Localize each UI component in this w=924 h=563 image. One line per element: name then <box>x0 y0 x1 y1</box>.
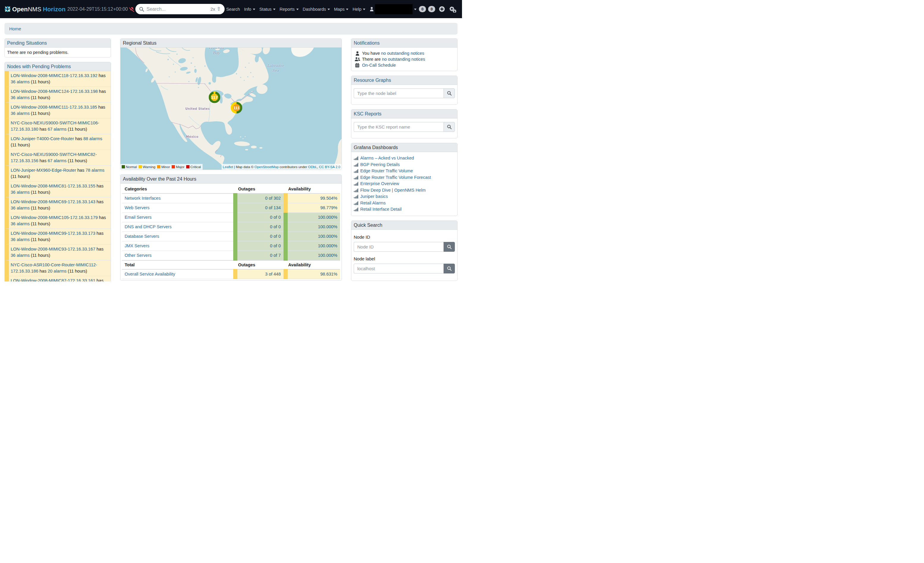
category-link[interactable]: Other Servers <box>124 253 152 258</box>
notifications-muted-bell-icon[interactable] <box>129 6 135 12</box>
resource-graphs-title[interactable]: Resource Graphs <box>354 78 391 83</box>
alarms-link[interactable]: 36 alarms <box>11 80 30 84</box>
node-link[interactable]: LON-Window-2008-MIMIC87-172.16.33.161 <box>11 278 96 281</box>
node-link[interactable]: LON-Juniper-T4000-Core-Router <box>11 136 74 141</box>
chevron-down-icon <box>253 9 255 10</box>
node-link[interactable]: LON-Window-2008-MIMIC99-172.16.33.173 <box>11 231 96 236</box>
grafana-dashboard-link[interactable]: Retail Interface Detail <box>360 206 402 213</box>
nav-item-status[interactable]: Status <box>257 7 278 12</box>
regional-status-map[interactable]: HudsonBay LabradorSea United States Méxi… <box>120 48 342 170</box>
node-link[interactable]: LON-Window-2008-MIMIC93-172.16.33.167 <box>11 247 96 251</box>
bar-chart-icon <box>354 195 359 198</box>
category-link[interactable]: JMX Servers <box>124 243 149 248</box>
quick-add-button[interactable] <box>439 6 445 12</box>
notice-count-badge[interactable]: 0 <box>419 6 426 12</box>
alarms-link[interactable]: 88 alarms <box>83 136 102 141</box>
node-link[interactable]: LON-Window-2008-MIMIC105-172.16.33.179 <box>11 215 98 220</box>
grafana-dashboard-link[interactable]: Edge Router Traffic Volume Forecast <box>360 174 431 181</box>
alarms-link[interactable]: 78 alarms <box>86 168 104 173</box>
chevron-down-icon <box>327 9 330 10</box>
grafana-dashboard-link[interactable]: Juniper basics <box>360 194 388 200</box>
alarm-text: (11 hours) <box>11 174 30 179</box>
node-link[interactable]: LON-Window-2008-MIMIC111-172.16.33.185 <box>11 105 97 110</box>
node-link[interactable]: LON-Juniper-MX960-Edge-Router <box>11 168 76 173</box>
node-id-input[interactable] <box>354 242 444 252</box>
breadcrumb-home[interactable]: Home <box>9 26 21 31</box>
grafana-dashboard-link[interactable]: Edge Router Traffic Volume <box>360 168 413 174</box>
category-cell: Other Servers <box>122 251 236 261</box>
category-link[interactable]: Database Servers <box>124 234 159 239</box>
alarms-link[interactable]: 36 alarms <box>11 95 30 100</box>
node-link[interactable]: LON-Window-2008-MIMIC69-172.16.33.143 <box>11 200 96 204</box>
node-link[interactable]: LON-Window-2008-MIMIC118-172.16.33.192 <box>11 73 98 78</box>
alarms-link[interactable]: 36 alarms <box>11 111 30 116</box>
ksc-search-input[interactable] <box>354 122 444 132</box>
map-marker-111[interactable]: 111 <box>231 102 243 114</box>
node-link[interactable]: LON-Window-2008-MIMIC81-172.16.33.155 <box>11 183 96 188</box>
oncall-schedule-link[interactable]: On-Call Schedule <box>362 63 396 68</box>
availability-panel: Availability Over the Past 24 Hours Cate… <box>120 174 342 281</box>
search-input[interactable] <box>147 6 211 12</box>
all-notices-link[interactable]: no outstanding notices <box>382 57 425 62</box>
nodes-panel-title[interactable]: Nodes with Pending Problems <box>7 64 71 69</box>
alarm-count-badge[interactable]: 0 <box>428 6 435 12</box>
user-notices-link[interactable]: no outstanding notices <box>381 51 424 56</box>
resource-graphs-search-input[interactable] <box>354 89 444 98</box>
category-link[interactable]: Email Servers <box>124 215 152 219</box>
map-marker-117[interactable]: 117 <box>209 92 220 103</box>
node-label-input[interactable] <box>354 264 444 273</box>
resource-graphs-search-button[interactable] <box>444 89 455 98</box>
nav-item-reports[interactable]: Reports <box>278 7 301 12</box>
node-id-search-button[interactable] <box>444 242 455 252</box>
alarms-link[interactable]: 20 alarms <box>48 269 67 273</box>
nav-item-search[interactable]: Search <box>225 7 242 12</box>
bar-chart-icon <box>354 201 359 205</box>
alarms-link[interactable]: 36 alarms <box>11 237 30 242</box>
leaflet-link[interactable]: Leaflet <box>223 165 233 169</box>
global-search[interactable]: 2x⇧ <box>135 4 225 14</box>
category-link[interactable]: Network Interfaces <box>124 196 160 201</box>
alarms-link[interactable]: 67 alarms <box>48 127 67 132</box>
grafana-dashboard-link[interactable]: Alarms – Acked vs Unacked <box>360 155 414 162</box>
overall-availability-link[interactable]: Overall Service Availability <box>124 272 175 276</box>
nav-item-help[interactable]: Help <box>351 7 368 12</box>
notifications-title[interactable]: Notifications <box>354 41 380 45</box>
grafana-dashboard-link[interactable]: BGP Peering Details <box>360 162 400 168</box>
nav-item-maps[interactable]: Maps <box>332 7 351 12</box>
alarm-text: (11 hours) <box>67 269 87 273</box>
attribution-text: | Map data © <box>233 165 254 169</box>
alarms-link[interactable]: 67 alarms <box>48 158 67 163</box>
chevron-down-icon <box>346 9 348 10</box>
odbl-link[interactable]: ODbL <box>308 165 317 169</box>
grafana-dashboards-panel: Grafana Dashboards Alarms – Acked vs Una… <box>351 143 458 216</box>
node-label-search-button[interactable] <box>444 264 455 273</box>
osm-link[interactable]: OpenStreetMap <box>254 165 279 169</box>
legend-label: Warning <box>143 165 155 169</box>
alarms-link[interactable]: 36 alarms <box>11 221 30 226</box>
category-link[interactable]: Web Servers <box>124 205 150 210</box>
alarms-link[interactable]: 36 alarms <box>11 206 30 210</box>
grafana-dashboard-link[interactable]: Flow Deep Dive | OpenNMS Helm <box>360 187 426 194</box>
node-link[interactable]: LON-Window-2008-MIMIC124-172.16.33.198 <box>11 89 98 94</box>
alarms-link[interactable]: 36 alarms <box>11 253 30 258</box>
ksc-reports-title[interactable]: KSC Reports <box>354 111 381 116</box>
nav-item-info[interactable]: Info <box>242 7 257 12</box>
outages-cell: 0 of 0 <box>236 222 286 232</box>
alarm-row: LON-Window-2008-MIMIC81-172.16.33.155 ha… <box>5 182 111 197</box>
availability-table-body: Categories Outages Availability Network … <box>120 183 342 280</box>
admin-gear-button[interactable] <box>448 6 456 12</box>
grafana-dashboard-link[interactable]: Enterprise Overview <box>360 181 399 187</box>
alarms-link[interactable]: 36 alarms <box>11 190 30 195</box>
category-cell: DNS and DHCP Servers <box>122 222 236 232</box>
grafana-dashboard-link[interactable]: Retail Alarms <box>360 200 386 207</box>
pending-situations-title[interactable]: Pending Situations <box>7 41 47 45</box>
category-link[interactable]: DNS and DHCP Servers <box>124 224 172 229</box>
grafana-title: Grafana Dashboards <box>354 145 398 150</box>
user-icon <box>370 7 374 11</box>
user-menu[interactable] <box>370 4 417 14</box>
ccbysa-link[interactable]: CC BY-SA 2.0 <box>319 165 340 169</box>
navbar-timestamp: 2022-04-29T15:15:12+00:00 <box>67 6 128 12</box>
nav-item-dashboards[interactable]: Dashboards <box>301 7 332 12</box>
brand[interactable]: OpenNMSHorizon <box>5 6 66 13</box>
ksc-search-button[interactable] <box>444 122 455 132</box>
